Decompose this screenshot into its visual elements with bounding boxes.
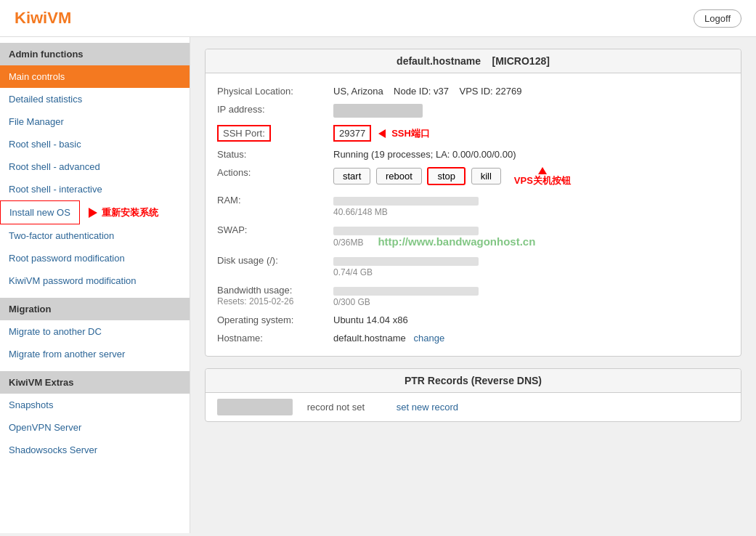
bandwidth-row: Bandwidth usage: Resets: 2015-02-26 0/30… (217, 281, 729, 311)
bandwidth-progress-bar (333, 287, 479, 296)
ram-row: RAM: 40.66/148 MB (217, 191, 729, 221)
sidebar-item-install-new-os[interactable]: Install new OS (0, 200, 80, 224)
sidebar-item-kiwi-password[interactable]: KiwiVM password modification (0, 269, 190, 292)
sidebar-item-migrate-from-server[interactable]: Migrate from another server (0, 343, 190, 365)
admin-section-header: Admin functions (0, 43, 190, 65)
physical-location-row: Physical Location: US, Arizona Node ID: … (217, 82, 729, 100)
sidebar-item-openvpn[interactable]: OpenVPN Server (0, 416, 190, 439)
sidebar-item-shadowsocks[interactable]: Shadowsocks Server (0, 439, 190, 461)
ram-progress-bar (333, 197, 479, 206)
main-info-panel: default.hostname [MICRO128] Physical Loc… (205, 49, 741, 357)
status-row: Status: Running (19 processes; LA: 0.00/… (217, 145, 729, 163)
sidebar-item-snapshots[interactable]: Snapshots (0, 394, 190, 416)
kill-button[interactable]: kill (471, 168, 501, 184)
panel-body: Physical Location: US, Arizona Node ID: … (206, 73, 741, 356)
bandwidth-text: 0/300 GB (333, 297, 729, 307)
sidebar-item-two-factor[interactable]: Two-factor authentication (0, 224, 190, 247)
sidebar-item-migrate-to-dc[interactable]: Migrate to another DC (0, 320, 190, 343)
sidebar-item-detailed-statistics[interactable]: Detailed statistics (0, 88, 190, 110)
sidebar-item-root-shell-interactive[interactable]: Root shell - interactive (0, 178, 190, 200)
install-arrow-icon (89, 208, 97, 218)
ssh-port-value: 29377 (333, 125, 371, 142)
swap-progress-bar (333, 227, 479, 235)
actions-row: Actions: start reboot stop kill VP (217, 163, 729, 191)
ssh-port-row: SSH Port: 29377 SSH端口 (217, 121, 729, 145)
vps-stop-arrow-icon (538, 167, 547, 174)
sidebar-item-root-password[interactable]: Root password modification (0, 247, 190, 269)
sidebar-item-root-shell-basic[interactable]: Root shell - basic (0, 133, 190, 155)
sidebar-item-root-shell-advanced[interactable]: Root shell - advanced (0, 155, 190, 178)
sidebar-item-file-manager[interactable]: File Manager (0, 110, 190, 133)
swap-text: 0/36MB (333, 237, 363, 248)
reboot-button[interactable]: reboot (376, 168, 422, 184)
migration-section-header: Migration (0, 298, 190, 320)
change-hostname-link[interactable]: change (414, 333, 445, 344)
content-area: default.hostname [MICRO128] Physical Loc… (190, 37, 756, 533)
start-button[interactable]: start (333, 168, 370, 184)
swap-row: SWAP: 0/36MB http://www.bandwagonhost.cn (217, 221, 729, 251)
ip-value-blurred (333, 104, 423, 118)
ptr-panel-header: PTR Records (Reverse DNS) (206, 369, 741, 393)
panel-header: default.hostname [MICRO128] (206, 49, 741, 73)
ram-text: 40.66/148 MB (333, 207, 729, 217)
disk-text: 0.74/4 GB (333, 267, 729, 277)
header: KiwiVM Logoff (0, 0, 756, 37)
hostname-row: Hostname: default.hostname change (217, 329, 729, 347)
install-annotation: 重新安装系统 (84, 206, 158, 219)
ssh-arrow-icon (378, 129, 386, 138)
ssh-port-label: SSH Port: (217, 125, 271, 142)
set-new-record-link[interactable]: set new record (397, 402, 458, 413)
extras-section-header: KiwiVM Extras (0, 371, 190, 394)
ptr-ip-blurred (217, 399, 293, 415)
watermark: http://www.bandwagonhost.cn (378, 235, 535, 248)
ip-address-row: IP address: (217, 100, 729, 121)
stop-button[interactable]: stop (427, 167, 466, 185)
disk-row: Disk usage (/): 0.74/4 GB (217, 251, 729, 281)
logo: KiwiVM (15, 9, 71, 28)
disk-progress-bar (333, 257, 479, 266)
logoff-button[interactable]: Logoff (694, 9, 741, 28)
ptr-row: record not set set new record (206, 393, 741, 421)
sidebar-item-main-controls[interactable]: Main controls (0, 65, 190, 88)
ptr-panel: PTR Records (Reverse DNS) record not set… (205, 368, 741, 422)
main-layout: Admin functions Main controls Detailed s… (0, 37, 756, 533)
os-row: Operating system: Ubuntu 14.04 x86 (217, 311, 729, 329)
sidebar: Admin functions Main controls Detailed s… (0, 37, 190, 533)
